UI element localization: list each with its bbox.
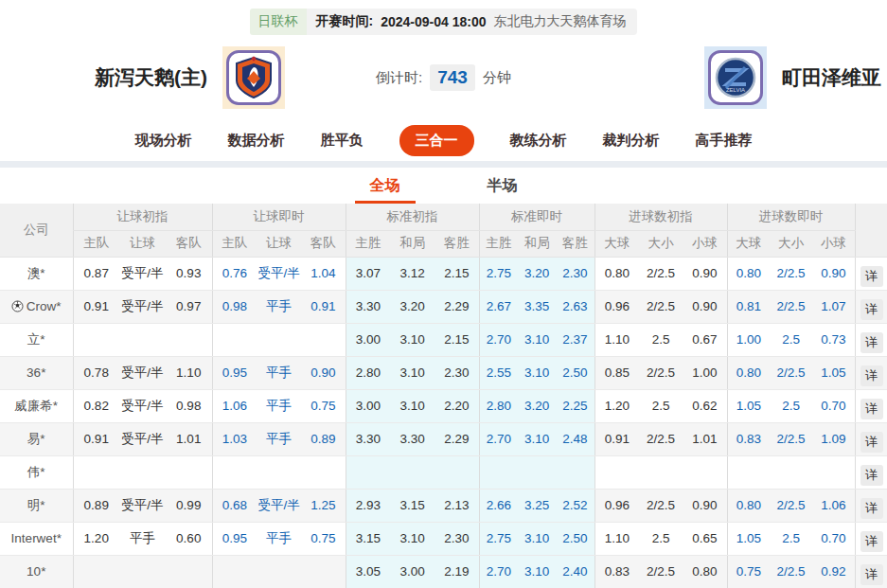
odds-cell: 0.80 [727,489,770,522]
kickoff-time: 2024-09-04 18:00 [381,14,486,29]
odds-cell [301,455,346,489]
odds-cell: 2.5 [639,522,683,555]
group-handicap-live: 让球即时 [212,204,346,230]
odds-cell: 3.10 [518,323,556,356]
tab-three-in-one[interactable]: 三合一 [399,125,474,156]
subtab-half-match[interactable]: 半场 [472,176,533,204]
odds-cell: 2.5 [770,389,812,422]
odds-cell: 3.10 [518,356,556,389]
odds-cell [257,455,301,489]
subcol: 小球 [683,230,727,257]
subcol: 和局 [518,230,556,257]
odds-cell: 0.98 [212,290,257,323]
subcol: 主胜 [346,230,390,257]
odds-cell: 3.12 [390,257,435,290]
odds-cell [683,455,727,489]
detail-button[interactable]: 详 [860,299,883,320]
odds-cell: 2.5 [639,389,683,422]
odds-cell: 0.80 [727,257,770,290]
odds-cell: 1.03 [212,422,257,455]
detail-button[interactable]: 详 [860,432,883,453]
odds-cell: 0.91 [301,290,346,323]
group-goals-live: 进球数即时 [727,204,855,230]
company-cell: 立* [0,323,73,356]
odds-cell [212,455,257,489]
group-standard-live: 标准即时 [479,204,594,230]
company-name: 立* [27,332,45,347]
away-logo-frame: ZELVIA [708,50,763,105]
match-header: 新泻天鹅(主) 倒计时: 743 分钟 [0,35,887,120]
odds-cell: 2.80 [479,389,518,422]
odds-cell: 1.00 [727,323,770,356]
company-name: 威廉希* [14,399,58,413]
odds-cell: 受平/半 [119,489,166,522]
table-body: 澳*0.87受平/半0.930.76受平/半1.043.073.122.152.… [0,257,887,588]
odds-cell: 0.98 [166,389,212,422]
odds-cell: 3.20 [390,290,435,323]
odds-cell [390,455,435,489]
odds-cell: 0.93 [166,257,212,290]
odds-cell: 2.15 [435,323,479,356]
detail-button[interactable]: 详 [860,365,883,386]
home-crest-icon [234,56,274,99]
col-company: 公司 [0,204,73,257]
odds-cell [346,455,390,489]
odds-cell: 0.96 [594,489,639,522]
detail-button[interactable]: 详 [860,531,883,552]
detail-cell: 详 [855,290,887,323]
company-name: 36* [27,365,45,380]
odds-cell: 1.05 [727,389,770,422]
group-handicap-initial: 让球初指 [73,204,212,230]
detail-button[interactable]: 详 [860,498,883,519]
detail-button[interactable]: 详 [860,564,883,585]
odds-cell [770,455,812,489]
company-cell: 易* [0,422,73,455]
odds-cell: 1.09 [812,422,855,455]
odds-cell: 3.10 [390,522,435,555]
odds-cell [639,455,683,489]
tab-expert-picks[interactable]: 高手推荐 [696,132,753,150]
odds-cell: 0.87 [73,257,119,290]
subcol: 主队 [73,230,119,257]
subcol: 大小 [770,230,812,257]
detail-button[interactable]: 详 [860,465,883,486]
table-row: Interwet*1.20平手0.600.95平手0.753.153.102.3… [0,522,887,555]
odds-cell: 2.75 [479,257,518,290]
odds-cell: 0.80 [683,555,727,588]
odds-cell: 受平/半 [257,489,301,522]
odds-cell: 2.19 [435,555,479,588]
tab-live-analysis[interactable]: 现场分析 [135,132,192,150]
odds-cell: 1.25 [301,489,346,522]
tab-referee-analysis[interactable]: 裁判分析 [603,132,660,150]
table-row: 易*0.91受平/半1.011.03平手0.893.303.302.292.70… [0,422,887,455]
sub-tabs: 全场 半场 [0,168,887,204]
company-cell: Interwet* [0,522,73,555]
soccer-ball-icon [11,300,24,312]
odds-cell: 2.5 [639,323,683,356]
odds-cell [119,323,166,356]
odds-cell: 0.76 [212,257,257,290]
group-standard-initial: 标准初指 [346,204,479,230]
odds-cell: 0.99 [166,489,212,522]
odds-cell: 2/2.5 [639,356,683,389]
odds-cell: 2/2.5 [639,555,683,588]
detail-button[interactable]: 详 [860,399,883,419]
odds-cell: 0.78 [73,356,119,389]
odds-cell: 3.10 [518,555,556,588]
tab-coach-analysis[interactable]: 教练分析 [510,132,567,150]
subtab-full-match[interactable]: 全场 [355,176,416,204]
tab-data-analysis[interactable]: 数据分析 [228,132,285,150]
detail-button[interactable]: 详 [860,266,883,287]
odds-cell: 平手 [257,290,301,323]
odds-cell: 3.10 [518,422,556,455]
odds-cell: 3.10 [390,323,435,356]
tab-win-draw-lose[interactable]: 胜平负 [321,132,364,150]
odds-cell [301,323,346,356]
odds-cell: 2/2.5 [770,257,812,290]
detail-button[interactable]: 详 [860,332,883,353]
table-row: 明*0.89受平/半0.990.68受平/半1.252.933.152.132.… [0,489,887,522]
odds-cell: 3.10 [390,389,435,422]
odds-cell: 0.90 [812,257,855,290]
detail-cell: 详 [855,455,887,489]
odds-cell: 2.30 [435,522,479,555]
